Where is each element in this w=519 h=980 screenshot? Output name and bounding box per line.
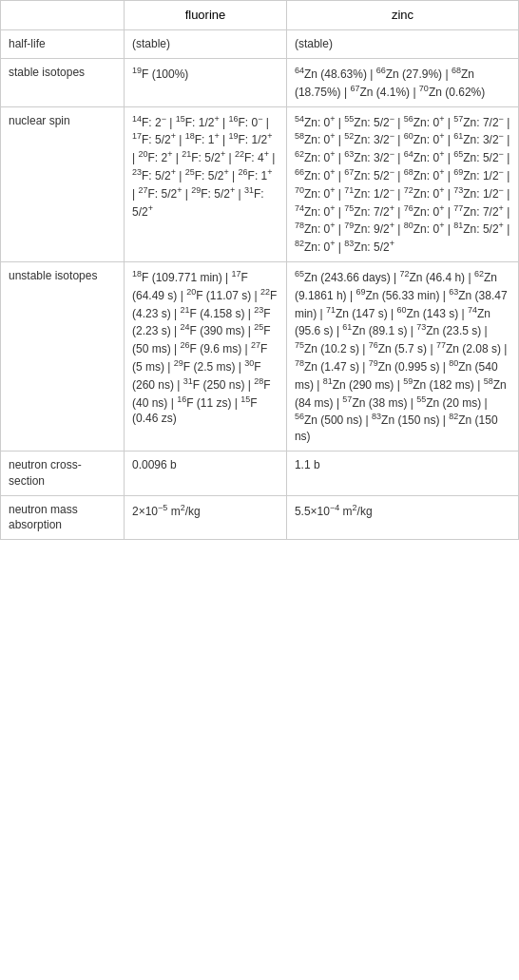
half-life-fluorine: (stable): [125, 30, 287, 59]
col-header-zinc: zinc: [286, 1, 518, 30]
row-label-half-life: half-life: [1, 30, 125, 59]
half-life-zinc: (stable): [286, 30, 518, 59]
neutron-cross-section-zinc: 1.1 b: [286, 451, 518, 495]
row-label-nuclear-spin: nuclear spin: [1, 106, 125, 261]
unstable-isotopes-zinc: 65Zn (243.66 days) | 72Zn (46.4 h) | 62Z…: [286, 261, 518, 451]
col-header-fluorine: fluorine: [125, 1, 287, 30]
stable-isotopes-fluorine: 19F (100%): [125, 58, 287, 106]
table-row: neutron mass absorption 2×10−5 m2/kg 5.5…: [1, 495, 519, 540]
row-label-unstable-isotopes: unstable isotopes: [1, 261, 125, 451]
table-row: nuclear spin 14F: 2− | 15F: 1/2+ | 16F: …: [1, 106, 519, 261]
neutron-mass-absorption-zinc: 5.5×10−4 m2/kg: [286, 495, 518, 540]
table-row: unstable isotopes 18F (109.771 min) | 17…: [1, 261, 519, 451]
neutron-mass-absorption-fluorine: 2×10−5 m2/kg: [125, 495, 287, 540]
unstable-isotopes-fluorine: 18F (109.771 min) | 17F (64.49 s) | 20F …: [125, 261, 287, 451]
row-label-neutron-cross-section: neutron cross-section: [1, 451, 125, 495]
row-label-neutron-mass-absorption: neutron mass absorption: [1, 495, 125, 540]
table-row: half-life (stable) (stable): [1, 30, 519, 59]
neutron-cross-section-fluorine: 0.0096 b: [125, 451, 287, 495]
table-row: stable isotopes 19F (100%) 64Zn (48.63%)…: [1, 58, 519, 106]
col-header-empty: [1, 1, 125, 30]
table-row: neutron cross-section 0.0096 b 1.1 b: [1, 451, 519, 495]
row-label-stable-isotopes: stable isotopes: [1, 58, 125, 106]
nuclear-spin-fluorine: 14F: 2− | 15F: 1/2+ | 16F: 0− | 17F: 5/2…: [125, 106, 287, 261]
nuclear-spin-zinc: 54Zn: 0+ | 55Zn: 5/2− | 56Zn: 0+ | 57Zn:…: [286, 106, 518, 261]
stable-isotopes-zinc: 64Zn (48.63%) | 66Zn (27.9%) | 68Zn (18.…: [286, 58, 518, 106]
